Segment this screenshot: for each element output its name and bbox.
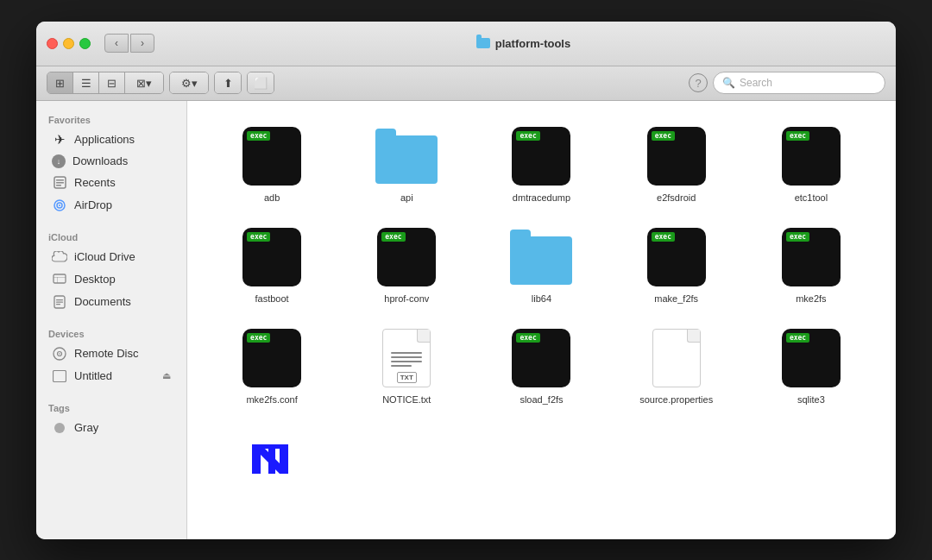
file-icon-mke2fs-conf: exec xyxy=(241,327,303,389)
sidebar-item-documents[interactable]: Documents xyxy=(40,291,183,313)
column-view-button[interactable]: ⊟ xyxy=(99,72,125,93)
file-item-etc1tool[interactable]: exec etc1tool xyxy=(744,118,878,211)
exec-icon: exec xyxy=(647,228,706,286)
sidebar-item-applications[interactable]: ✈ Applications xyxy=(40,129,183,151)
sidebar-item-desktop[interactable]: Desktop xyxy=(40,268,183,291)
sidebar-item-airdrop[interactable]: AirDrop xyxy=(40,194,183,217)
close-button[interactable] xyxy=(47,38,58,49)
sidebar-item-label: Gray xyxy=(74,421,98,434)
exec-badge: exec xyxy=(786,333,809,343)
file-icon-api xyxy=(375,125,438,187)
search-bar[interactable]: 🔍 Search xyxy=(713,72,885,94)
file-item-sload-f2fs[interactable]: exec sload_f2fs xyxy=(474,320,608,412)
sidebar-item-downloads[interactable]: ↓ Downloads xyxy=(40,151,183,172)
exec-icon: exec xyxy=(782,329,841,387)
forward-button[interactable]: › xyxy=(130,34,154,53)
file-item-mke2fs-conf[interactable]: exec mke2fs.conf xyxy=(205,320,339,412)
file-icon-notice-txt: TXT xyxy=(375,327,438,389)
share-button[interactable]: ⬆ xyxy=(215,72,241,93)
file-label: sload_f2fs xyxy=(520,394,563,406)
exec-badge: exec xyxy=(516,131,539,141)
txt-line xyxy=(391,361,422,362)
tag-group: ⬜ xyxy=(247,72,274,94)
txt-badge: TXT xyxy=(397,372,417,383)
traffic-lights xyxy=(47,38,91,49)
main-area: Favorites ✈ Applications ↓ Downloads Rec… xyxy=(36,101,896,539)
svg-rect-1 xyxy=(56,179,64,181)
documents-icon xyxy=(52,294,67,310)
sidebar-item-remote-disc[interactable]: Remote Disc xyxy=(40,343,183,365)
exec-icon: exec xyxy=(647,127,706,186)
svg-rect-8 xyxy=(54,277,66,278)
maximize-button[interactable] xyxy=(79,38,91,49)
exec-icon: exec xyxy=(512,329,570,387)
desktop-icon xyxy=(52,272,67,287)
txt-lines xyxy=(391,352,422,367)
applications-icon: ✈ xyxy=(52,132,67,148)
icon-view-button[interactable]: ⊞ xyxy=(47,72,73,93)
sidebar-item-label: Desktop xyxy=(74,273,116,286)
txt-line xyxy=(391,352,422,354)
file-item-api[interactable]: api xyxy=(339,118,474,211)
file-icon-sload-f2fs: exec xyxy=(510,327,572,389)
file-icon-lib64 xyxy=(510,226,572,288)
file-item-fastboot[interactable]: exec fastboot xyxy=(205,219,339,311)
favorites-label: Favorites xyxy=(36,110,186,129)
file-item-mke2fs[interactable]: exec mke2fs xyxy=(744,219,878,311)
svg-rect-11 xyxy=(56,299,63,300)
folder-icon xyxy=(476,38,490,48)
eject-button[interactable]: ⏏ xyxy=(162,370,171,381)
sidebar-item-untitled[interactable]: Untitled ⏏ xyxy=(40,365,183,387)
file-item-nyt[interactable] xyxy=(205,421,339,502)
exec-icon: exec xyxy=(512,127,570,186)
exec-icon: exec xyxy=(782,228,841,286)
file-label: mke2fs.conf xyxy=(246,394,297,406)
search-icon: 🔍 xyxy=(722,77,735,89)
tag-button[interactable]: ⬜ xyxy=(248,72,274,93)
file-item-e2fsdroid[interactable]: exec e2fsdroid xyxy=(609,118,744,211)
folder-icon xyxy=(510,236,572,285)
untitled-icon xyxy=(52,368,67,384)
file-icon-mke2fs: exec xyxy=(780,226,842,288)
icloud-label: iCloud xyxy=(36,227,186,246)
exec-icon: exec xyxy=(242,127,301,186)
gear-button[interactable]: ⚙▾ xyxy=(170,72,208,93)
file-item-dmtracedump[interactable]: exec dmtracedump xyxy=(474,118,608,211)
back-button[interactable]: ‹ xyxy=(104,34,129,53)
file-icon-etc1tool: exec xyxy=(780,125,842,187)
exec-badge: exec xyxy=(652,232,675,242)
cover-view-button[interactable]: ⊠▾ xyxy=(125,72,163,93)
file-item-lib64[interactable]: lib64 xyxy=(474,219,608,311)
file-item-make-f2fs[interactable]: exec make_f2fs xyxy=(609,219,744,311)
exec-badge: exec xyxy=(786,232,809,242)
file-item-hprof-conv[interactable]: exec hprof-conv xyxy=(339,219,474,311)
file-item-adb[interactable]: exec adb xyxy=(205,118,339,211)
exec-badge: exec xyxy=(381,232,405,242)
svg-rect-7 xyxy=(54,274,66,283)
help-button[interactable]: ? xyxy=(689,73,708,92)
file-item-sqlite3[interactable]: exec sqlite3 xyxy=(744,320,878,412)
doc-icon xyxy=(652,329,701,387)
file-label: e2fsdroid xyxy=(657,192,696,204)
list-view-button[interactable]: ☰ xyxy=(73,72,99,93)
svg-point-6 xyxy=(59,204,60,206)
sidebar-item-label: Recents xyxy=(74,176,116,189)
file-grid: exec adb api exec xyxy=(205,118,878,503)
sidebar-item-label: Remote Disc xyxy=(74,347,138,360)
devices-label: Devices xyxy=(36,324,186,343)
file-item-notice-txt[interactable]: TXT NOTICE.txt xyxy=(339,320,474,412)
icloud-icon xyxy=(52,249,67,265)
sidebar-item-recents[interactable]: Recents xyxy=(40,172,183,194)
exec-badge: exec xyxy=(516,333,539,343)
file-label: source.properties xyxy=(639,394,713,406)
file-icon-make-f2fs: exec xyxy=(645,226,708,288)
minimize-button[interactable] xyxy=(63,38,74,49)
finder-window: ‹ › platform-tools ⊞ ☰ ⊟ ⊠▾ ⚙▾ ⬆ ⬜ ? 🔍 xyxy=(36,22,896,539)
file-item-source-properties[interactable]: source.properties xyxy=(609,320,744,412)
file-icon-hprof-conv: exec xyxy=(375,226,438,288)
file-icon-e2fsdroid: exec xyxy=(645,125,708,187)
sidebar-item-gray[interactable]: Gray xyxy=(40,417,183,439)
file-icon-sqlite3: exec xyxy=(780,327,842,389)
sidebar-item-label: AirDrop xyxy=(74,198,112,211)
sidebar-item-icloud-drive[interactable]: iCloud Drive xyxy=(40,246,183,268)
